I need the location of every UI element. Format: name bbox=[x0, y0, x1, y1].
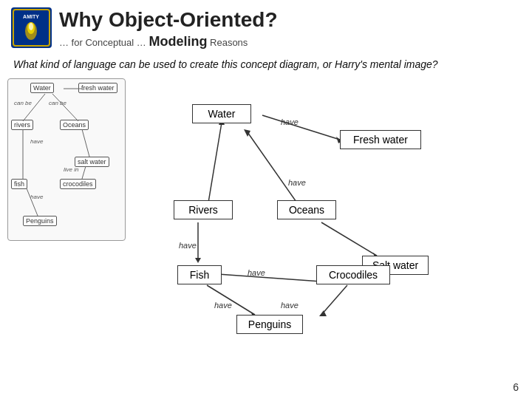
content-area: Water fresh water rivers Oceans salt wat… bbox=[0, 75, 532, 348]
main-title: Why Object-Oriented? bbox=[59, 7, 517, 33]
edge-have6: have bbox=[281, 301, 299, 310]
oceans-node: Oceans bbox=[277, 200, 336, 219]
edge-have5: have bbox=[214, 301, 232, 310]
title-block: Why Object-Oriented? … for Conceptual … … bbox=[59, 7, 517, 50]
water-node: Water bbox=[192, 104, 251, 123]
svg-point-5 bbox=[29, 23, 33, 30]
svg-line-15 bbox=[248, 132, 303, 211]
sketch-label-livein: live in bbox=[64, 166, 78, 173]
fresh-water-node: Fresh water bbox=[340, 130, 421, 149]
svg-marker-16 bbox=[244, 129, 250, 137]
edge-have3: have bbox=[179, 241, 197, 250]
sketch-crocs: crocodiles bbox=[60, 179, 96, 189]
edge-have4: have bbox=[248, 268, 265, 277]
sketch-penguins: Penguins bbox=[23, 216, 57, 226]
svg-line-8 bbox=[52, 94, 78, 121]
page-number: 6 bbox=[513, 381, 519, 393]
edge-have1: have bbox=[281, 117, 299, 126]
svg-line-25 bbox=[321, 285, 347, 315]
sketch-fish: fish bbox=[11, 179, 27, 189]
question-text: What kind of language can be used to cre… bbox=[0, 53, 532, 75]
sketch-label-canbe2: can be bbox=[14, 100, 32, 106]
svg-text:AMITY: AMITY bbox=[23, 14, 39, 19]
svg-line-11 bbox=[82, 166, 86, 179]
svg-line-23 bbox=[207, 285, 255, 315]
sketch-area: Water fresh water rivers Oceans salt wat… bbox=[7, 78, 133, 348]
penguins-node: Penguins bbox=[236, 315, 303, 334]
subtitle: … for Conceptual … Modeling Reasons bbox=[59, 34, 517, 50]
svg-line-19 bbox=[321, 222, 377, 256]
svg-line-13 bbox=[207, 123, 222, 211]
rivers-node: Rivers bbox=[174, 200, 233, 219]
fish-node: Fish bbox=[177, 265, 222, 284]
sketch-label-canbe: can be bbox=[49, 100, 66, 106]
crocodiles-node: Crocodiles bbox=[316, 265, 390, 284]
subtitle-prefix: … for Conceptual … bbox=[59, 37, 146, 48]
sketch-label-have2: have bbox=[30, 194, 43, 200]
edge-have2: have bbox=[288, 178, 306, 187]
subtitle-modeling: Modeling bbox=[149, 34, 207, 49]
sketch-oceans: Oceans bbox=[60, 120, 89, 130]
svg-line-12 bbox=[27, 188, 38, 216]
svg-line-9 bbox=[82, 129, 89, 157]
sketch-rivers: rivers bbox=[11, 120, 33, 130]
sketch-saltwater: salt water bbox=[75, 157, 109, 167]
sketch-water: Water bbox=[30, 83, 54, 93]
svg-line-27 bbox=[218, 274, 321, 282]
svg-marker-22 bbox=[195, 258, 201, 263]
diagram-area: Water Fresh water have Rivers Oceans hav… bbox=[133, 82, 525, 348]
svg-marker-26 bbox=[319, 310, 327, 316]
sketch-freshwater: fresh water bbox=[78, 83, 117, 93]
svg-line-17 bbox=[262, 115, 340, 140]
subtitle-suffix: Reasons bbox=[210, 37, 248, 48]
header: AMITY Why Object-Oriented? … for Concept… bbox=[0, 0, 532, 53]
sketch-label-have1: have bbox=[30, 138, 43, 145]
logo: AMITY bbox=[11, 7, 52, 48]
svg-line-7 bbox=[23, 94, 45, 121]
sketch-box: Water fresh water rivers Oceans salt wat… bbox=[7, 78, 126, 241]
